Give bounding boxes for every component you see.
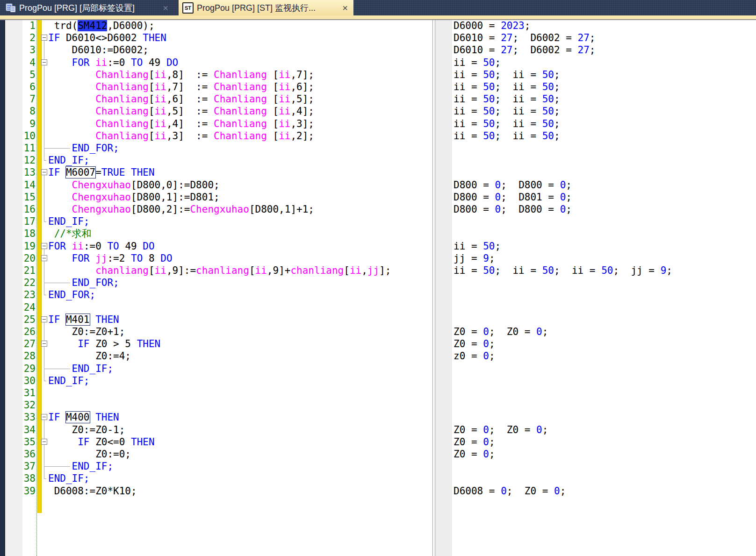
- code-segment: ;: [495, 93, 501, 105]
- code-segment: Z0 =: [454, 449, 483, 460]
- code-segment: ;: [495, 118, 501, 129]
- code-segment: ii: [95, 57, 107, 68]
- code-segment: 0: [536, 424, 542, 435]
- code-segment: Z0 =: [525, 485, 554, 497]
- code-segment: Chengxuhao: [48, 204, 131, 215]
- code-segment: D800 =: [454, 192, 495, 203]
- code-segment: 49: [119, 241, 143, 252]
- code-segment: IF: [78, 436, 95, 448]
- tab-progpou-st-monitor[interactable]: ST ProgPou [PRG] [ST] 监视执行... ×: [179, 0, 353, 15]
- code-segment: ,3] :=: [166, 130, 214, 142]
- code-segment: 50: [542, 69, 554, 80]
- code-line: END_FOR;: [41, 277, 119, 289]
- code-segment: 0: [483, 350, 489, 362]
- code-segment: 50: [542, 118, 554, 129]
- code-segment: ii: [279, 93, 290, 105]
- code-segment: ii: [72, 241, 84, 252]
- code-segment: jj: [367, 265, 379, 276]
- code-segment: [: [267, 130, 279, 142]
- editor-monitor-splitter[interactable]: [432, 20, 433, 556]
- code-line: FOR ii:=0 TO 49 DO: [41, 240, 155, 252]
- code-segment: [518, 44, 530, 56]
- code-segment: ;: [542, 326, 548, 337]
- line-number: 22: [19, 277, 36, 289]
- code-line: END_IF;: [41, 363, 113, 375]
- code-segment: Chanliang: [48, 130, 149, 142]
- code-segment: jj: [95, 253, 107, 264]
- code-segment: SM412: [78, 20, 107, 31]
- line-number: 9: [19, 118, 36, 130]
- code-segment: ;: [501, 192, 507, 203]
- code-segment: [125, 167, 131, 178]
- close-icon[interactable]: ×: [161, 3, 170, 13]
- line-number: 36: [19, 448, 36, 460]
- code-segment: ;: [566, 204, 572, 215]
- code-segment: :=0: [84, 241, 108, 252]
- code-line: END_IF;: [41, 375, 90, 387]
- code-segment: END_FOR;: [48, 289, 95, 300]
- line-number: 19: [19, 240, 36, 252]
- code-segment: 50: [483, 93, 495, 105]
- code-segment: ii =: [454, 241, 483, 252]
- code-segment: ii: [279, 118, 290, 129]
- code-segment: DO: [160, 253, 172, 264]
- code-segment: ;: [495, 130, 501, 142]
- monitor-row: ii = 50; ii = 50;: [454, 69, 560, 81]
- line-number: 21: [19, 264, 36, 277]
- code-segment: ;: [495, 106, 501, 117]
- code-segment: [: [149, 130, 155, 142]
- code-segment: ;: [495, 241, 501, 252]
- close-icon[interactable]: ×: [340, 3, 350, 13]
- code-segment: [D800,1]+1;: [249, 204, 314, 215]
- code-segment: chanliang: [48, 265, 149, 276]
- code-segment: [501, 265, 512, 276]
- code-segment: FOR: [48, 241, 72, 252]
- code-segment: END_FOR;: [72, 143, 119, 154]
- code-segment: [: [267, 93, 279, 105]
- code-segment: ;: [489, 338, 495, 349]
- code-segment: ;: [666, 265, 672, 276]
- code-segment: ;: [542, 424, 548, 435]
- code-segment: ;: [495, 265, 501, 276]
- code-segment: ,7] :=: [166, 81, 214, 93]
- code-segment: Chanliang: [214, 93, 267, 105]
- code-segment: FOR: [48, 57, 95, 68]
- code-segment: ;: [566, 179, 572, 191]
- active-tab-underline: [0, 15, 756, 20]
- code-line: END_IF;: [41, 472, 90, 485]
- code-segment: 50: [483, 81, 495, 93]
- code-segment: Chanliang: [48, 106, 149, 117]
- code-segment: IF: [78, 338, 95, 349]
- code-segment: [501, 81, 512, 93]
- code-segment: ,4] :=: [166, 118, 214, 129]
- code-segment: ;: [590, 44, 596, 56]
- line-number: 20: [19, 252, 36, 264]
- code-segment: ii =: [454, 93, 483, 105]
- code-segment: 50: [542, 130, 554, 142]
- code-segment: ii =: [572, 265, 601, 276]
- code-segment: ii: [155, 81, 166, 93]
- code-segment: D801 =: [518, 192, 560, 203]
- code-segment: z0 =: [454, 350, 483, 362]
- tab-label: ProgPou [PRG] [ST] 监视执行...: [197, 2, 337, 14]
- code-segment: Z0 =: [454, 326, 483, 337]
- monitor-row: jj = 9;: [454, 252, 495, 264]
- monitor-gutter: [435, 20, 452, 556]
- code-segment: Z0:=4;: [48, 350, 131, 362]
- code-segment: [501, 93, 512, 105]
- code-segment: ii: [155, 118, 166, 129]
- code-segment: IF: [48, 167, 66, 178]
- code-segment: ii =: [454, 265, 483, 276]
- code-segment: ii =: [512, 106, 542, 117]
- line-number: 12: [19, 154, 36, 166]
- tab-progpou-local-label-settings[interactable]: ProgPou [PRG] [局部标签设置] ×: [2, 0, 174, 15]
- monitor-row: D800 = 0; D801 = 0;: [454, 191, 572, 203]
- code-segment: Z0:=Z0+1;: [48, 326, 125, 337]
- code-line: IF Z0 > 5 THEN: [41, 338, 160, 350]
- code-segment: TRUE: [101, 167, 125, 178]
- code-segment: 0: [483, 436, 489, 448]
- code-segment: [560, 265, 572, 276]
- code-segment: 0: [536, 326, 542, 337]
- code-segment: ;: [489, 436, 495, 448]
- code-segment: Chengxuhao: [190, 204, 249, 215]
